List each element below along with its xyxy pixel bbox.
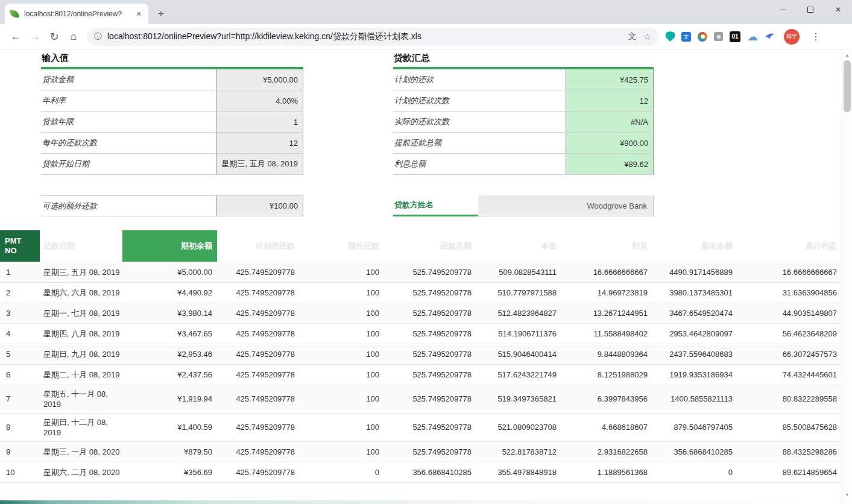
- cell-begin-balance: ¥2,953.46: [122, 344, 217, 364]
- cell-total-payment: 525.7495209778: [384, 364, 476, 385]
- cell-begin-balance: ¥2,437.56: [122, 364, 217, 385]
- input-row-value: 1: [216, 112, 303, 132]
- summary-row-label: 实际的还款次数: [393, 112, 566, 132]
- cell-pmt-no: 7: [0, 385, 40, 413]
- bookmark-star-icon[interactable]: ☆: [643, 32, 651, 42]
- cell-cumulative-interest: 31.6363904856: [737, 282, 842, 303]
- badge-01-extension-icon[interactable]: 01: [730, 31, 740, 42]
- cell-total-payment: 525.7495209778: [384, 441, 476, 462]
- browser-tab[interactable]: localhost:8012/onlinePreview? ✕: [5, 4, 148, 24]
- bird-extension-icon[interactable]: [765, 32, 775, 41]
- cell-end-balance: 2953.4642809097: [652, 323, 737, 344]
- input-row-label: 贷款年限: [41, 112, 216, 132]
- minimize-button[interactable]: [769, 0, 797, 19]
- new-tab-button[interactable]: +: [153, 6, 169, 22]
- cell-principal: 515.9046400414: [476, 344, 561, 364]
- summary-row-value: ¥89.62: [566, 154, 654, 174]
- tab-close-icon[interactable]: ✕: [134, 9, 144, 19]
- input-row: 每年的还款次数 12: [41, 133, 303, 154]
- cell-cumulative-interest: 89.6214859654: [737, 462, 842, 482]
- header-scheduled-payment: 计划的还款: [217, 230, 300, 262]
- page-info-icon[interactable]: ⓘ: [94, 31, 102, 42]
- cell-payment-date: 星期六, 二月 08, 2020: [40, 462, 122, 482]
- close-button[interactable]: ✕: [824, 0, 852, 19]
- cell-total-payment: 525.7495209778: [384, 344, 476, 364]
- cloud-extension-icon[interactable]: ☁: [747, 31, 758, 42]
- refresh-button[interactable]: ↻: [45, 27, 64, 46]
- cell-payment-date: 星期五, 十一月 08, 2019: [40, 385, 122, 413]
- browser-menu-icon[interactable]: ⋮: [810, 31, 822, 42]
- cell-end-balance: 3980.1373485301: [652, 282, 737, 303]
- cell-pmt-no: 1: [0, 262, 40, 282]
- cell-end-balance: 0: [652, 462, 737, 482]
- cell-total-payment: 525.7495209778: [384, 323, 476, 344]
- cell-interest: 16.6666666667: [561, 262, 652, 282]
- cell-scheduled-payment: 425.7495209778: [217, 441, 300, 462]
- amortization-table: PMT NO 还款日期 期初余额 计划的还款 额外还款 还款总额 本金 利息 期…: [0, 230, 842, 483]
- cell-end-balance: 4490.9171456889: [652, 262, 737, 282]
- shield-extension-icon[interactable]: [666, 31, 675, 42]
- input-row-label: 贷款金额: [41, 69, 216, 90]
- scroll-down-icon[interactable]: ▼: [842, 490, 852, 499]
- cell-interest: 6.3997843956: [561, 385, 652, 413]
- cell-payment-date: 星期三, 一月 08, 2020: [40, 441, 122, 462]
- cell-extra-payment: 0: [300, 462, 384, 482]
- cell-end-balance: 1400.5855821113: [652, 385, 737, 413]
- minimize-icon: [780, 10, 786, 10]
- lender-label: 贷款方姓名: [393, 195, 478, 216]
- schedule-header-row: PMT NO 还款日期 期初余额 计划的还款 额外还款 还款总额 本金 利息 期…: [0, 230, 842, 262]
- summary-row-label: 计划的还款: [393, 69, 566, 90]
- scroll-up-icon[interactable]: ▲: [842, 50, 852, 60]
- cell-cumulative-interest: 16.6666666667: [737, 262, 842, 282]
- summary-row: 利息总额 ¥89.62: [393, 154, 654, 175]
- cell-cumulative-interest: 74.4324445601: [737, 364, 842, 385]
- round-extension-icon[interactable]: [698, 32, 707, 42]
- cell-extra-payment: 100: [300, 344, 384, 364]
- cell-interest: 13.2671244951: [561, 303, 652, 323]
- cell-principal: 517.6243221749: [476, 364, 561, 385]
- profile-avatar[interactable]: 精华: [784, 29, 800, 45]
- cell-payment-date: 星期日, 九月 08, 2019: [40, 344, 122, 364]
- vertical-scrollbar[interactable]: ▲ ▼: [842, 49, 852, 504]
- schedule-row: 3 星期一, 七月 08, 2019 ¥3,980.14 425.7495209…: [0, 303, 842, 323]
- translate-icon[interactable]: 文: [628, 31, 636, 42]
- cell-pmt-no: 8: [0, 413, 40, 441]
- browser-toolbar: ← → ↻ ⌂ ⓘ localhost:8012/onlinePreview?u…: [0, 24, 852, 49]
- cell-begin-balance: ¥5,000.00: [122, 262, 217, 282]
- input-row: 贷款开始日期 星期三, 五月 08, 2019: [41, 154, 303, 175]
- header-extra-payment: 额外还款: [300, 230, 384, 262]
- scrollbar-thumb[interactable]: [844, 60, 851, 112]
- address-bar[interactable]: ⓘ localhost:8012/onlinePreview?url=http:…: [87, 28, 658, 46]
- summary-row: 计划的还款次数 12: [393, 90, 654, 112]
- cell-payment-date: 星期一, 七月 08, 2019: [40, 303, 122, 323]
- forward-button[interactable]: →: [25, 27, 45, 46]
- gray-extension-icon[interactable]: [714, 32, 723, 41]
- translate-extension-icon[interactable]: 文: [681, 32, 691, 42]
- input-row-value: 星期三, 五月 08, 2019: [216, 154, 303, 174]
- input-rows: 贷款金额 ¥5,000.00 年利率 4.00% 贷款年限 1: [41, 69, 303, 175]
- back-button[interactable]: ←: [6, 27, 25, 46]
- cell-extra-payment: 100: [300, 364, 384, 385]
- summary-row: 实际的还款次数 #N/A: [393, 112, 654, 133]
- schedule-body: 1 星期三, 五月 08, 2019 ¥5,000.00 425.7495209…: [0, 262, 842, 482]
- input-row-value: 12: [216, 133, 303, 153]
- cell-principal: 355.4978848918: [476, 462, 561, 482]
- cell-principal: 521.0809023708: [476, 413, 561, 441]
- summary-spacer-row: [393, 175, 654, 195]
- header-pmt-no: PMT NO: [0, 230, 40, 262]
- cell-scheduled-payment: 425.7495209778: [217, 364, 300, 385]
- cell-end-balance: 2437.5596408683: [652, 344, 737, 364]
- header-total-payment: 还款总额: [384, 230, 476, 262]
- cell-interest: 8.1251988029: [561, 364, 652, 385]
- extra-payment-value: ¥100.00: [216, 196, 303, 216]
- cell-begin-balance: ¥1,400.59: [122, 413, 217, 441]
- cell-begin-balance: ¥356.69: [122, 462, 217, 482]
- header-end-balance: 期末余额: [652, 230, 737, 262]
- maximize-button[interactable]: [797, 0, 824, 19]
- summary-row-value: #N/A: [566, 112, 654, 132]
- home-button[interactable]: ⌂: [64, 27, 83, 46]
- kkfileview-leaf-icon: [10, 9, 19, 19]
- cell-pmt-no: 10: [0, 462, 40, 482]
- cell-scheduled-payment: 425.7495209778: [217, 323, 300, 344]
- cell-extra-payment: 100: [300, 303, 384, 323]
